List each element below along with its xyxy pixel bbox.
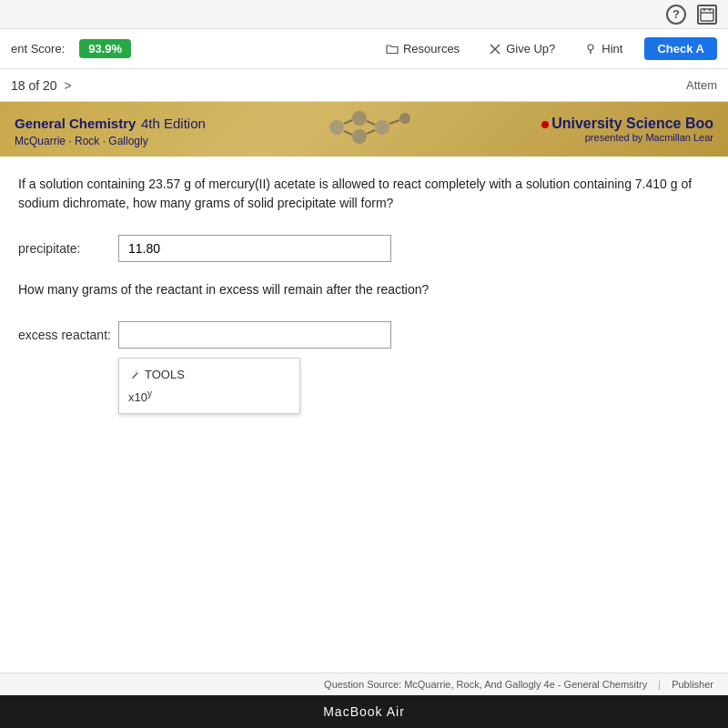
tools-dropdown: TOOLS x10y [118,358,300,414]
question-text: If a solution containing 23.57 g of merc… [18,175,710,213]
svg-line-17 [389,120,399,124]
molecule-decoration [309,105,419,154]
svg-line-13 [344,120,352,124]
nav-row: 18 of 20 > Attem [0,69,728,102]
next-chevron[interactable]: > [65,78,72,93]
svg-point-10 [375,120,389,135]
banner-title: General Chemistry 4th Edition [15,112,541,133]
svg-line-14 [367,121,375,125]
svg-point-11 [352,129,367,144]
taskbar: MacBook Air [0,695,728,728]
excess-reactant-input[interactable] [118,321,391,349]
footer: Question Source: McQuarrie, Rock, And Ga… [0,672,728,695]
hint-button[interactable]: Hint [577,38,630,59]
svg-point-8 [329,120,344,135]
resources-button[interactable]: Resources [379,38,467,59]
score-label: ent Score: [11,42,65,56]
hint-icon [584,43,597,56]
folder-icon [386,43,399,56]
calendar-icon[interactable] [697,5,717,25]
svg-rect-0 [701,9,713,21]
footer-publisher: Publisher [672,679,713,690]
score-badge: 93.9% [79,39,131,58]
precipitate-label: precipitate: [18,241,118,256]
precipitate-row: precipitate: [18,235,710,262]
svg-point-9 [352,111,367,126]
help-icon[interactable]: ? [666,5,686,25]
banner-subtitle: McQuarrie · Rock · Gallogly [15,135,541,147]
check-answer-button[interactable]: Check A [644,37,717,60]
svg-point-12 [399,113,410,124]
x-icon [489,43,501,56]
svg-point-6 [588,45,593,50]
svg-line-16 [367,130,375,134]
attempt-text: Attem [686,78,717,92]
tools-container: TOOLS x10y [118,358,710,414]
excess-label: excess reactant: [18,328,118,342]
content-area: If a solution containing 23.57 g of merc… [0,157,728,672]
sub-question-text: How many grams of the reactant in excess… [18,280,710,299]
wrench-icon [128,369,139,380]
excess-reactant-row: excess reactant: [18,321,710,349]
device-name: MacBook Air [323,704,405,719]
give-up-button[interactable]: Give Up? [481,38,562,59]
svg-line-15 [344,131,352,135]
page-indicator: 18 of 20 [11,78,57,93]
footer-divider: | [658,679,661,690]
banner-publisher: University Science Boo [541,116,713,132]
top-bar: ? [0,0,728,29]
tools-item[interactable]: TOOLS [119,364,299,385]
header-row: ent Score: 93.9% Resources Give Up? Hint… [0,29,728,69]
textbook-banner: General Chemistry 4th Edition McQuarrie … [0,102,728,157]
precipitate-input[interactable] [118,235,391,262]
x10-item[interactable]: x10y [119,385,299,408]
banner-publisher-sub: presented by Macmillan Lear [541,132,713,143]
footer-source: Question Source: McQuarrie, Rock, And Ga… [324,679,647,690]
